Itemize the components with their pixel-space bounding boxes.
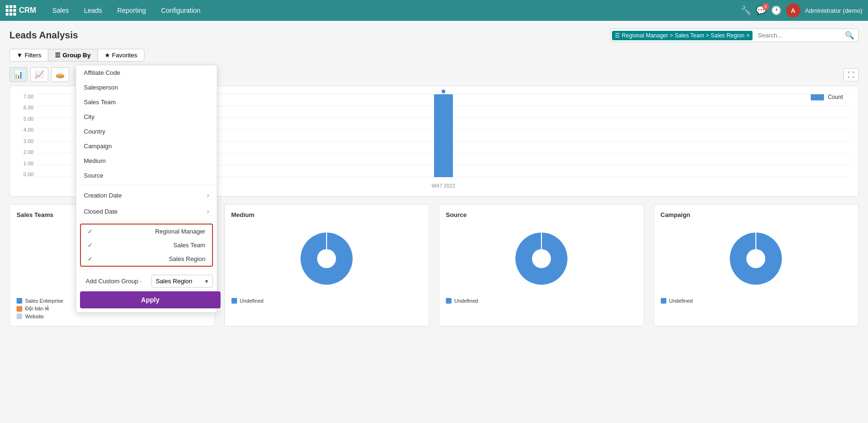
y-label-4: 4.00 [24, 127, 34, 133]
line-chart-button[interactable]: 📈 [30, 67, 48, 82]
filters-button[interactable]: ▼ Filters [9, 49, 48, 62]
groupby-source[interactable]: Source [76, 168, 217, 183]
groupby-medium[interactable]: Medium [76, 153, 217, 168]
pie-legend-source: Undefined [446, 298, 637, 304]
pie-title-campaign: Campaign [661, 211, 852, 218]
y-label-2: 2.00 [24, 149, 34, 155]
line-chart-icon: 📈 [35, 70, 44, 79]
search-icon[interactable]: 🔍 [841, 29, 858, 42]
search-bar: ☰ Regional Manager > Sales Team > Sales … [610, 28, 859, 42]
groupby-regional-manager[interactable]: ✓ Regional Manager [81, 225, 212, 238]
groupby-creation-date[interactable]: Creation Date [76, 187, 217, 203]
pie-chart-icon: 🥧 [55, 70, 65, 79]
groupby-closed-date[interactable]: Closed Date [76, 203, 217, 219]
page-title: Leads Analysis [9, 30, 78, 41]
creation-date-label: Creation Date [84, 192, 122, 199]
selected-groups-box: ✓ Regional Manager ✓ Sales Team ✓ Sales … [80, 224, 213, 267]
filter-icon: ▼ [17, 52, 23, 59]
legend-source-undefined: Undefined [446, 298, 637, 304]
medium-label: Medium [84, 157, 106, 164]
check-icon-2: ✓ [88, 242, 93, 249]
grid-icon [6, 5, 16, 16]
search-tag-close[interactable]: × [746, 32, 750, 39]
campaign-label: Campaign [84, 143, 112, 150]
fullscreen-button[interactable]: ⛶ [843, 68, 859, 81]
groupby-salesperson[interactable]: Salesperson [76, 80, 217, 95]
groupby-country[interactable]: Country [76, 124, 217, 139]
groupby-label: Group By [62, 52, 90, 59]
nav-menu: Sales Leads Reporting Configuration [45, 5, 740, 16]
country-label: Country [84, 128, 106, 135]
affiliate-code-label: Affiliate Code [84, 69, 120, 76]
top-navigation: CRM Sales Leads Reporting Configuration … [0, 0, 868, 21]
sales-team-label: Sales Team [84, 99, 116, 106]
puzzle-icon[interactable]: 🔧 [741, 5, 751, 16]
salesperson-label: Salesperson [84, 84, 118, 91]
groupby-sales-team[interactable]: Sales Team [76, 95, 217, 109]
add-custom-group-button[interactable]: Add Custom Group › [80, 274, 148, 288]
source-label: Source [84, 172, 103, 179]
pie-svg-source [506, 223, 577, 294]
check-icon: ✓ [88, 228, 93, 235]
nav-leads[interactable]: Leads [77, 5, 108, 16]
nav-actions: 🔧 💬 5 🕐 A Administrator (demo) [741, 3, 862, 18]
groupby-sales-region[interactable]: ✓ Sales Region [81, 252, 212, 266]
pie-legend-campaign: Undefined [661, 298, 852, 304]
chevron-right-icon: › [140, 279, 142, 284]
dot-campaign-undefined [661, 298, 666, 304]
dot-medium-undefined [231, 298, 237, 304]
nav-sales[interactable]: Sales [45, 5, 75, 16]
dot-sales-enterprise [17, 298, 22, 304]
groupby-city[interactable]: City [76, 109, 217, 124]
pie-svg-campaign [720, 223, 791, 294]
bar-1[interactable] [434, 94, 453, 177]
legend-medium-undefined: Undefined [231, 298, 423, 304]
label-doi-ban-le: Đội bán lẻ [25, 306, 49, 312]
pie-card-medium: Medium Undefined [224, 204, 430, 326]
groupby-sales-team-selected[interactable]: ✓ Sales Team [81, 238, 212, 252]
admin-label: Administrator (demo) [805, 7, 862, 14]
legend-campaign-undefined: Undefined [661, 298, 852, 304]
apply-button[interactable]: Apply [80, 291, 221, 308]
pie-title-source: Source [446, 211, 637, 218]
avatar[interactable]: A [786, 3, 800, 18]
clock-icon[interactable]: 🕐 [771, 5, 781, 16]
nav-configuration[interactable]: Configuration [154, 5, 207, 16]
search-input[interactable] [754, 30, 841, 41]
groupby-icon: ☰ [55, 52, 61, 59]
y-axis: 7.00 6.00 5.00 4.00 3.00 2.00 1.00 0.00 [18, 94, 36, 177]
search-tag[interactable]: ☰ Regional Manager > Sales Team > Sales … [612, 31, 753, 40]
label-website: Website [25, 314, 44, 319]
dot-doi-ban-le [17, 306, 22, 312]
favorites-button[interactable]: ★ Favorites [97, 49, 144, 62]
search-tag-text: Regional Manager > Sales Team > Sales Re… [622, 32, 744, 39]
check-icon-3: ✓ [88, 255, 93, 262]
x-label: W47 2022 [432, 183, 455, 189]
pie-card-source: Source Undefined [439, 204, 644, 326]
chat-icon[interactable]: 💬 5 [756, 5, 766, 16]
add-custom-group-label: Add Custom Group [86, 278, 138, 285]
groupby-affiliate-code[interactable]: Affiliate Code [76, 65, 217, 80]
legend-website: Website [17, 314, 208, 319]
bar-chart-button[interactable]: 📊 [9, 67, 27, 82]
filter-row: ▼ Filters ☰ Group By ★ Favorites Affilia… [9, 49, 859, 62]
app-logo[interactable]: CRM [6, 5, 36, 16]
toolbar-separator [74, 68, 74, 81]
groupby-button[interactable]: ☰ Group By [48, 49, 97, 62]
label-medium-undefined: Undefined [240, 298, 264, 304]
y-label-3: 3.00 [24, 138, 34, 144]
pie-title-medium: Medium [231, 211, 423, 218]
groupby-campaign[interactable]: Campaign [76, 139, 217, 153]
label-source-undefined: Undefined [454, 298, 478, 304]
dot-source-undefined [446, 298, 452, 304]
label-sales-enterprise: Sales Enterprise [25, 298, 63, 304]
nav-reporting[interactable]: Reporting [111, 5, 153, 16]
y-label-1: 1.00 [24, 161, 34, 166]
notification-badge: 5 [762, 3, 769, 10]
custom-group-select[interactable]: Sales Region Salesperson City Country Ca… [151, 275, 213, 288]
pie-chart-button[interactable]: 🥧 [51, 67, 69, 82]
closed-date-label: Closed Date [84, 208, 118, 215]
app-name: CRM [19, 6, 36, 15]
regional-manager-label: Regional Manager [155, 228, 205, 235]
groupby-dropdown: Affiliate Code Salesperson Sales Team Ci… [76, 65, 217, 313]
